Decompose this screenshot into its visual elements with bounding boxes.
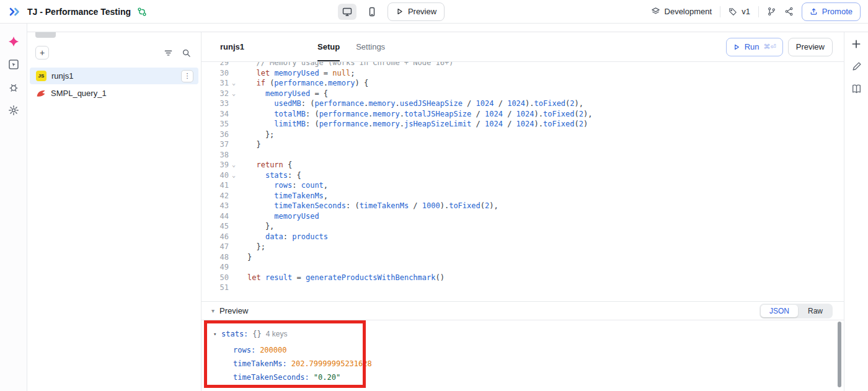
- branch-status-icon[interactable]: [137, 7, 147, 17]
- git-branch-icon[interactable]: [767, 7, 776, 16]
- editor-line[interactable]: 51: [202, 283, 844, 293]
- ai-assistant-button[interactable]: [5, 33, 22, 50]
- divider: [758, 6, 759, 17]
- preview-app-button[interactable]: Preview: [388, 2, 445, 21]
- retool-logo-icon[interactable]: [9, 7, 21, 17]
- promote-button[interactable]: Promote: [802, 2, 861, 21]
- editor-line[interactable]: 45 },: [202, 221, 844, 232]
- preview-query-button[interactable]: Preview: [788, 38, 833, 56]
- code-text: memoryUsed: [239, 211, 319, 222]
- query-list-item[interactable]: SMPL_query_1: [30, 85, 198, 102]
- fold-chevron-icon[interactable]: ⌄: [229, 160, 239, 170]
- run-shortcut: ⌘⏎: [764, 43, 776, 51]
- fold-spacer: [229, 62, 239, 68]
- code-text: };: [239, 242, 265, 252]
- divider: [720, 6, 720, 17]
- editor-line[interactable]: 38: [202, 150, 844, 160]
- code-text: timeTakenSeconds: (timeTakenMs / 1000).t…: [239, 201, 498, 211]
- editor-line[interactable]: 31⌄ if (performance.memory) {: [202, 78, 844, 89]
- code-text: },: [239, 221, 274, 232]
- line-number: 47: [202, 242, 229, 252]
- code-text: if (performance.memory) {: [239, 78, 368, 89]
- workspace: + JSrunjs1⋮SMPL_query_1: [0, 24, 868, 391]
- fold-spacer: [229, 119, 239, 130]
- query-editor-panel: runjs1 SetupSettings Run ⌘⏎ Preview: [202, 32, 844, 391]
- filter-icon[interactable]: [164, 48, 173, 58]
- add-query-button[interactable]: +: [35, 46, 49, 59]
- editor-line[interactable]: 30 let memoryUsed = null;: [202, 68, 844, 79]
- editor-line[interactable]: 34 totalMB: (performance.memory.totalJSH…: [202, 109, 844, 120]
- code-text: let memoryUsed = null;: [239, 68, 355, 79]
- code-text: rows: count,: [239, 180, 328, 191]
- editor-line[interactable]: 39⌄ return {: [202, 160, 844, 170]
- query-list-item[interactable]: JSrunjs1⋮: [30, 68, 198, 84]
- panel-tab-handle[interactable]: [35, 32, 56, 38]
- query-menu-button[interactable]: ⋮: [181, 70, 193, 82]
- line-number: 51: [202, 283, 229, 293]
- fold-chevron-icon[interactable]: ⌄: [229, 89, 239, 99]
- play-icon: [733, 43, 740, 51]
- editor-line[interactable]: 41 rows: count,: [202, 180, 844, 191]
- editor-line[interactable]: 35 limitMB: (performance.memory.jsHeapSi…: [202, 119, 844, 130]
- tab-settings[interactable]: Settings: [356, 32, 385, 61]
- tab-setup[interactable]: Setup: [317, 32, 340, 61]
- fold-spacer: [229, 273, 239, 283]
- code-text: // Memory usage (works in Chrome + Node …: [239, 62, 453, 68]
- tree-expand-icon[interactable]: ▾: [213, 331, 221, 337]
- preview-mode-json[interactable]: JSON: [761, 305, 798, 317]
- version-selector[interactable]: v1: [728, 7, 750, 16]
- plus-icon: [851, 38, 862, 50]
- editor-line[interactable]: 50let result = generateProductsWithBench…: [202, 273, 844, 283]
- run-label: Run: [745, 42, 760, 51]
- settings-button[interactable]: [5, 102, 22, 119]
- editor-line[interactable]: 40⌄ stats: {: [202, 170, 844, 181]
- fold-chevron-icon[interactable]: ⌄: [229, 78, 239, 89]
- tree-value: 202.79999995231628: [291, 359, 372, 368]
- edit-tools-button[interactable]: [848, 58, 865, 75]
- preview-app-label: Preview: [408, 7, 436, 16]
- editor-line[interactable]: 44 memoryUsed: [202, 211, 844, 222]
- topbar-right: Development v1: [488, 2, 861, 21]
- bug-icon: [8, 82, 19, 93]
- debug-button[interactable]: [5, 79, 22, 96]
- content-area: + JSrunjs1⋮SMPL_query_1: [27, 24, 868, 391]
- query-name: runjs1: [51, 71, 176, 81]
- right-rail: [844, 32, 868, 391]
- preview-tree: ▾stats:{}4 keysrows:200000timeTakenMs:20…: [202, 320, 844, 384]
- fold-chevron-icon[interactable]: ⌄: [229, 170, 239, 181]
- editor-tabs: SetupSettings: [317, 32, 385, 61]
- editor-line[interactable]: 46 data: products: [202, 232, 844, 242]
- editor-line[interactable]: 49: [202, 262, 844, 273]
- preview-scrollbar[interactable]: [838, 322, 841, 387]
- mobile-view-button[interactable]: [363, 4, 381, 20]
- editor-line[interactable]: 36 };: [202, 130, 844, 140]
- canvas-button[interactable]: [5, 56, 22, 73]
- line-number: 50: [202, 273, 229, 283]
- editor-line[interactable]: 37 }: [202, 139, 844, 150]
- line-number: 46: [202, 232, 229, 242]
- add-component-button[interactable]: [848, 35, 865, 53]
- collapse-preview-icon[interactable]: ▾: [211, 307, 215, 314]
- search-icon[interactable]: [182, 48, 191, 58]
- environment-selector[interactable]: Development: [651, 7, 712, 16]
- editor-line[interactable]: 29 // Memory usage (works in Chrome + No…: [202, 62, 844, 68]
- line-number: 31: [202, 78, 229, 89]
- editor-line[interactable]: 47 };: [202, 242, 844, 252]
- editor-line[interactable]: 43 timeTakenSeconds: (timeTakenMs / 1000…: [202, 201, 844, 211]
- share-icon[interactable]: [784, 7, 794, 16]
- content-frame: + JSrunjs1⋮SMPL_query_1: [27, 32, 868, 391]
- fold-spacer: [229, 242, 239, 252]
- editor-line[interactable]: 42 timeTakenMs,: [202, 191, 844, 201]
- gear-icon: [8, 105, 19, 116]
- run-button[interactable]: Run ⌘⏎: [726, 38, 783, 56]
- docs-button[interactable]: [848, 80, 865, 97]
- editor-line[interactable]: 33 usedMB: (performance.memory.usedJSHea…: [202, 99, 844, 109]
- preview-mode-raw[interactable]: Raw: [799, 305, 831, 317]
- pen-icon: [851, 61, 862, 72]
- code-editor[interactable]: 29 // Memory usage (works in Chrome + No…: [202, 62, 844, 301]
- fold-spacer: [229, 150, 239, 160]
- desktop-view-button[interactable]: [338, 4, 356, 20]
- editor-line[interactable]: 48}: [202, 252, 844, 263]
- fold-spacer: [229, 221, 239, 232]
- editor-line[interactable]: 32⌄ memoryUsed = {: [202, 89, 844, 99]
